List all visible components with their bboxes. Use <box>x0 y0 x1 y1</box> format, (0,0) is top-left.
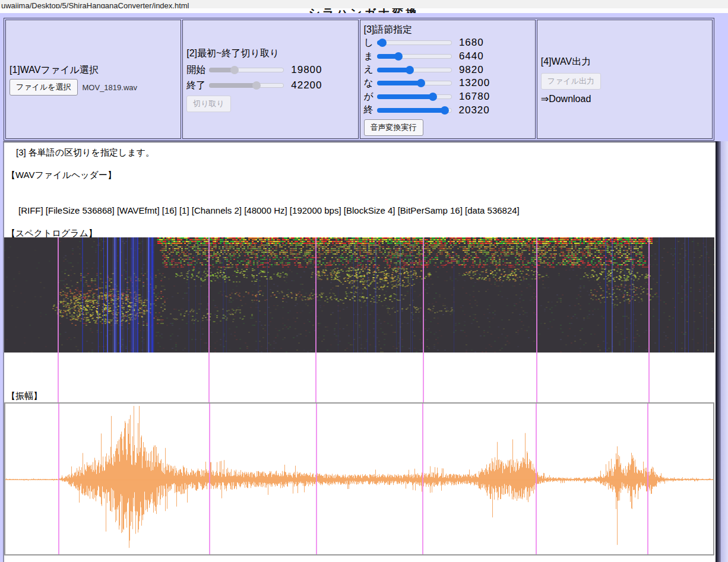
trim-end-label: 終了 <box>186 80 205 92</box>
window-right-margin <box>721 141 728 562</box>
panel-wav-select: [1]WAVファイル選択 ファイルを選択 MOV_1819.wav <box>5 20 181 139</box>
spectrogram-image <box>4 237 714 402</box>
slider-track <box>377 40 452 45</box>
status-message: [3] 各単語の区切りを指定します。 <box>16 147 154 158</box>
file-input-row: ファイルを選択 MOV_1819.wav <box>10 79 178 96</box>
waveform-image <box>5 404 713 554</box>
segment-row: が 16780 <box>364 90 533 104</box>
choose-file-button[interactable]: ファイルを選択 <box>10 79 78 96</box>
trim-start-slider[interactable] <box>209 65 284 75</box>
segment-slider-6[interactable] <box>377 106 452 115</box>
page-title-strip: シラハンガナ変換 <box>0 8 728 13</box>
download-link[interactable]: ⇒Download <box>541 93 710 104</box>
slider-thumb[interactable] <box>441 106 449 115</box>
trim-start-row: 開始 19800 <box>186 62 355 78</box>
segment-value: 16780 <box>459 91 490 103</box>
panel-wav-select-heading: [1]WAVファイル選択 <box>10 64 178 77</box>
panel-wav-output-heading: [4]WAV出力 <box>541 56 710 68</box>
segment-value: 20320 <box>459 104 490 116</box>
trim-end-value: 42200 <box>291 80 322 91</box>
segment-row: ま 6440 <box>364 50 533 63</box>
browser-address-bar[interactable]: uwajima/Desktop/5/ShiraHanganaConverter/… <box>0 0 728 8</box>
segment-value: 6440 <box>459 50 484 62</box>
panel-segments-heading: [3]語節指定 <box>364 24 533 36</box>
segment-row: 終 20320 <box>364 103 533 117</box>
trim-button[interactable]: 切り取り <box>186 96 231 112</box>
panel-trim-heading: [2]最初~終了切り取り <box>186 47 355 60</box>
segment-value: 9820 <box>459 64 484 76</box>
segment-slider-4[interactable] <box>377 78 452 88</box>
segment-label: 終 <box>364 104 374 116</box>
page-title: シラハンガナ変換 <box>309 8 420 13</box>
slider-thumb[interactable] <box>394 52 403 61</box>
slider-thumb[interactable] <box>252 81 261 90</box>
convert-button[interactable]: 音声変換実行 <box>364 119 423 136</box>
segment-slider-2[interactable] <box>377 52 452 61</box>
segment-label: が <box>364 91 374 103</box>
selected-file-name: MOV_1819.wav <box>83 83 138 92</box>
amplitude-label: 【振幅】 <box>7 390 42 402</box>
trim-end-row: 終了 42200 <box>186 78 355 93</box>
window-edge-shadow <box>716 141 721 562</box>
output-area: [3] 各単語の区切りを指定します。 【WAVファイルヘッダー】 [RIFF] … <box>3 141 716 562</box>
slider-thumb[interactable] <box>378 39 387 47</box>
segment-label: な <box>364 77 374 90</box>
segment-label: ま <box>364 50 374 63</box>
trim-start-label: 開始 <box>186 64 205 77</box>
wav-header-label: 【WAVファイルヘッダー】 <box>7 170 116 181</box>
slider-fill <box>377 94 433 99</box>
slider-fill <box>209 83 256 88</box>
slider-thumb[interactable] <box>230 66 239 74</box>
waveform-canvas <box>4 402 714 555</box>
segment-row: な 13200 <box>364 77 533 90</box>
slider-fill <box>377 108 445 113</box>
slider-fill <box>377 81 421 85</box>
panel-trim: [2]最初~終了切り取り 開始 19800 終了 42200 切り取り <box>182 20 358 139</box>
panel-segments: [3]語節指定 し 1680 ま 6440 え 9820 な <box>360 20 536 139</box>
segment-row: し 1680 <box>364 36 533 50</box>
slider-fill <box>377 68 410 72</box>
segment-row: え 9820 <box>364 63 533 77</box>
slider-thumb[interactable] <box>406 66 414 74</box>
wav-header-info: [RIFF] [FileSize 536868] [WAVEfmt] [16] … <box>18 205 520 215</box>
segment-label: し <box>364 37 374 49</box>
slider-thumb[interactable] <box>417 79 425 87</box>
segment-label: え <box>364 63 374 76</box>
segment-value: 1680 <box>459 37 484 49</box>
segment-slider-5[interactable] <box>377 92 452 101</box>
slider-thumb[interactable] <box>429 93 437 101</box>
segment-slider-1[interactable] <box>377 38 452 47</box>
spectrogram-canvas <box>4 237 714 402</box>
trim-start-value: 19800 <box>291 64 322 76</box>
trim-end-slider[interactable] <box>209 81 284 90</box>
file-output-button[interactable]: ファイル出力 <box>541 73 601 90</box>
segment-slider-3[interactable] <box>377 65 452 75</box>
segment-value: 13200 <box>459 77 490 89</box>
address-bar-url: uwajima/Desktop/5/ShiraHanganaConverter/… <box>1 1 189 8</box>
control-panels: [1]WAVファイル選択 ファイルを選択 MOV_1819.wav [2]最初~… <box>4 18 714 141</box>
panel-wav-output: [4]WAV出力 ファイル出力 ⇒Download <box>537 20 713 139</box>
